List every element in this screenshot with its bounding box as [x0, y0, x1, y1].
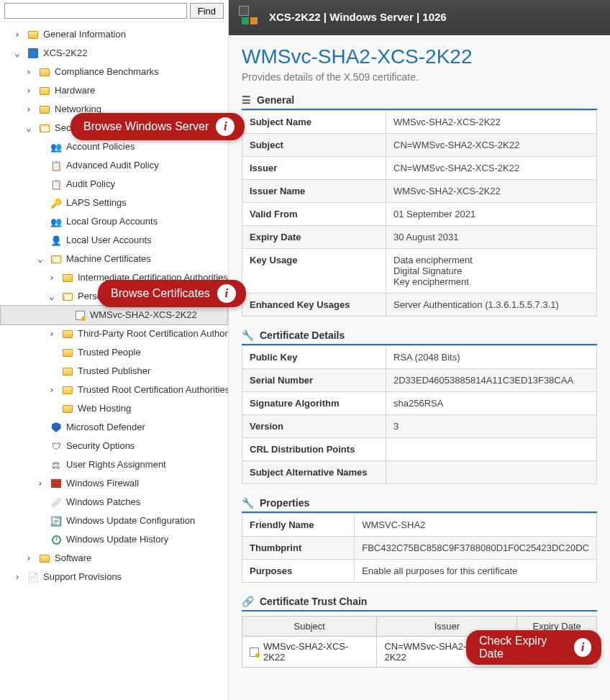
- kv-key: Signature Algorithm: [242, 392, 386, 415]
- folder-icon: [63, 274, 73, 282]
- expand-icon[interactable]: ›: [26, 65, 35, 79]
- collapse-icon[interactable]: ⌄: [37, 252, 46, 266]
- tree-local-group[interactable]: 👥Local Group Accounts: [0, 212, 228, 231]
- tree-host[interactable]: ⌄ XCS-2K22: [0, 44, 228, 63]
- tree-trusted-people[interactable]: Trusted People: [0, 343, 228, 362]
- general-table: Subject NameWMSvc-SHA2-XCS-2K22SubjectCN…: [242, 110, 597, 317]
- folder-icon: [63, 349, 73, 357]
- tree-general-info[interactable]: › General Information: [0, 25, 228, 44]
- tree-label: Software: [55, 551, 91, 565]
- tree-label: User Rights Assignment: [66, 458, 166, 472]
- search-bar: Find: [0, 0, 228, 22]
- expand-icon[interactable]: ›: [26, 551, 35, 565]
- firewall-icon: [51, 479, 61, 488]
- navigation-tree-panel: Find › General Information ⌄ XCS-2K22 › …: [0, 0, 229, 700]
- tree-machine-certs[interactable]: ⌄ Machine Certificates: [0, 250, 228, 268]
- expand-icon[interactable]: ›: [49, 383, 58, 397]
- section-general: ☰General Subject NameWMSvc-SHA2-XCS-2K22…: [242, 94, 597, 317]
- tree-cert-leaf[interactable]: WMSvc-SHA2-XCS-2K22: [0, 305, 228, 325]
- tree-label: LAPS Settings: [66, 196, 127, 210]
- tree-firewall[interactable]: ›Windows Firewall: [0, 474, 228, 493]
- kv-value: [386, 461, 597, 484]
- tree-label: Third-Party Root Certification Authoriti…: [78, 327, 229, 341]
- kv-key: Expiry Date: [242, 226, 386, 249]
- tree-label: Local Group Accounts: [66, 214, 158, 229]
- kv-key: Public Key: [242, 346, 386, 369]
- tree-software[interactable]: ›Software: [0, 549, 228, 568]
- folder-icon: [40, 555, 50, 563]
- kv-value: CN=WMSvc-SHA2-XCS-2K22: [386, 157, 597, 180]
- folder-icon: [63, 386, 73, 394]
- tree-support[interactable]: ›📄Support Provisions: [0, 568, 228, 586]
- kv-value: Enable all purposes for this certificate: [355, 560, 597, 583]
- tree-wu-config[interactable]: 🔄Windows Update Configuration: [0, 512, 228, 530]
- tree-web-hosting[interactable]: Web Hosting: [0, 399, 228, 418]
- tree-third-party[interactable]: ›Third-Party Root Certification Authorit…: [0, 324, 228, 343]
- tree-local-user[interactable]: 👤Local User Accounts: [0, 231, 228, 250]
- collapse-icon[interactable]: ⌄: [14, 46, 23, 60]
- tree-trusted-pub[interactable]: Trusted Publisher: [0, 362, 228, 381]
- tree-label: Microsoft Defender: [66, 420, 145, 435]
- callout-expiry: Check Expiry Date i: [466, 630, 601, 665]
- folder-icon: [63, 330, 73, 338]
- tree-adv-audit[interactable]: 📋Advanced Audit Policy: [0, 156, 228, 175]
- tree-sec-options[interactable]: 🛡Security Options: [0, 437, 228, 455]
- tree-user-rights[interactable]: ⚖User Rights Assignment: [0, 455, 228, 474]
- tree-label: Web Hosting: [78, 401, 131, 416]
- folder-open-icon: [51, 255, 61, 263]
- audit-icon: 📋: [50, 178, 62, 190]
- tree-compliance[interactable]: › Compliance Benchmarks: [0, 63, 228, 81]
- tree-label: Trusted Publisher: [78, 364, 150, 378]
- tree-trusted-root[interactable]: ›Trusted Root Certification Authorities: [0, 381, 228, 399]
- tree-hardware[interactable]: › Hardware: [0, 81, 228, 100]
- kv-value: RSA (2048 Bits): [386, 346, 597, 369]
- info-icon: i: [574, 638, 591, 657]
- expand-icon[interactable]: ›: [26, 83, 35, 98]
- section-title: Certificate Details: [260, 329, 345, 341]
- kv-key: Enhanced Key Usages: [242, 294, 386, 317]
- col-subject: Subject: [242, 617, 377, 637]
- wrench-icon: 🔧: [242, 329, 254, 341]
- user-icon: 👤: [50, 235, 62, 246]
- tree-label: Security Options: [66, 439, 135, 453]
- section-properties: 🔧Properties Friendly NameWMSVC-SHA2Thumb…: [242, 497, 597, 583]
- tree-patches[interactable]: 🩹Windows Patches: [0, 493, 228, 512]
- expand-icon[interactable]: ›: [49, 327, 58, 341]
- expand-icon[interactable]: ›: [37, 476, 46, 491]
- tree-audit[interactable]: 📋Audit Policy: [0, 175, 228, 194]
- find-button[interactable]: Find: [190, 3, 224, 19]
- wrench-icon: 🔧: [242, 497, 254, 509]
- folder-icon: [28, 31, 38, 39]
- callout-label: Check Expiry Date: [479, 635, 567, 660]
- expand-icon[interactable]: ›: [49, 271, 58, 285]
- collapse-icon[interactable]: ⌄: [26, 121, 35, 135]
- kv-key: CRL Distribution Points: [242, 438, 386, 461]
- tree-laps[interactable]: 🔑LAPS Settings: [0, 194, 228, 212]
- kv-value: 01 September 2021: [386, 203, 597, 226]
- patch-icon: 🩹: [50, 496, 62, 508]
- search-input[interactable]: [4, 3, 187, 19]
- kv-key: Subject: [242, 134, 386, 157]
- breadcrumb: XCS-2K22 | Windows Server | 1026: [269, 11, 447, 23]
- folder-icon: [63, 405, 73, 413]
- expand-icon[interactable]: ›: [14, 570, 23, 584]
- kv-value: CN=WMSvc-SHA2-XCS-2K22: [386, 134, 597, 157]
- section-details: 🔧Certificate Details Public KeyRSA (2048…: [242, 329, 597, 484]
- tree-defender[interactable]: Microsoft Defender: [0, 418, 228, 437]
- audit-icon: 📋: [50, 160, 62, 171]
- server-icon: [28, 48, 38, 58]
- people-icon: 👥: [50, 141, 62, 153]
- tree-label: Machine Certificates: [66, 252, 151, 266]
- expand-icon[interactable]: ›: [14, 27, 23, 42]
- tree-wu-history[interactable]: Windows Update History: [0, 530, 228, 549]
- properties-table: Friendly NameWMSVC-SHA2ThumbprintFBC432C…: [242, 513, 597, 583]
- info-icon: i: [216, 117, 235, 136]
- kv-value: WMSVC-SHA2: [355, 514, 597, 537]
- folder-open-icon: [63, 293, 73, 301]
- support-icon: 📄: [27, 571, 39, 583]
- collapse-icon[interactable]: ⌄: [49, 289, 58, 304]
- shield-icon: [52, 422, 61, 432]
- detail-panel: XCS-2K22 | Windows Server | 1026 WMSvc-S…: [229, 0, 610, 700]
- expand-icon[interactable]: ›: [26, 102, 35, 117]
- folder-open-icon: [40, 124, 50, 132]
